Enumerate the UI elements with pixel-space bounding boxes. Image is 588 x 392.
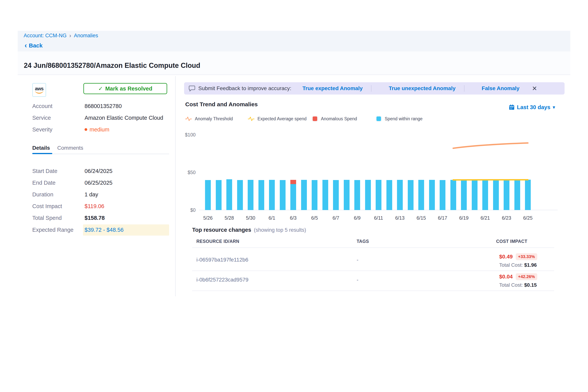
bar-spend-within-range: [365, 180, 371, 210]
bar-spend-within-range: [216, 180, 222, 210]
breadcrumb-account-link[interactable]: Account: CCM-NG: [24, 33, 67, 38]
range-label: Last 30 days: [517, 104, 550, 110]
breadcrumb-separator-icon: ›: [69, 32, 71, 39]
bar-spend-within-range: [226, 179, 232, 210]
legend-label: Expected Average spend: [258, 116, 306, 122]
active-tab-underline: [32, 153, 52, 154]
feedback-prompt: Submit Feedback to improve accuracy:: [198, 85, 291, 92]
x-axis-label: 6/23: [499, 215, 514, 221]
bar-spend-within-range: [504, 180, 510, 210]
resource-id: i-06597ba197fe112b6: [196, 256, 248, 263]
date-range-picker[interactable]: Last 30 days ▾: [509, 104, 555, 111]
tab-divider: [32, 154, 169, 154]
y-axis-label: $100: [174, 132, 196, 138]
legend-anomaly-threshold[interactable]: Anomaly Threshold: [185, 115, 233, 122]
bar-spend-within-range: [397, 180, 403, 210]
back-chevron-icon: ‹: [24, 43, 27, 48]
service-label: Service: [32, 114, 82, 121]
feedback-divider: [464, 85, 464, 92]
start-date-value: 06/24/2025: [84, 168, 112, 174]
y-axis-label: $0: [174, 207, 196, 213]
cost-impact-label: Cost Impact: [32, 203, 82, 210]
table-divider: [192, 270, 554, 271]
legend-spend-within-range[interactable]: Spend within range: [376, 115, 422, 122]
aws-word: aws: [35, 86, 44, 91]
x-axis-label: 6/5: [307, 215, 322, 221]
bar-spend-within-range: [376, 180, 382, 210]
bar-spend-within-range: [301, 180, 307, 210]
col-header-cost-impact: COST IMPACT: [496, 238, 527, 244]
chevron-down-icon: ▾: [553, 104, 555, 110]
bar-spend-within-range: [333, 180, 339, 210]
table-divider: [192, 248, 554, 248]
x-axis-label: 6/3: [286, 215, 301, 221]
bar-anomalous-spend: [290, 180, 296, 184]
close-icon[interactable]: ×: [532, 86, 537, 91]
anomaly-threshold-line: [453, 143, 528, 148]
legend-expected-average[interactable]: Expected Average spend: [248, 115, 306, 122]
feedback-bar: Submit Feedback to improve accuracy: Tru…: [184, 82, 564, 94]
bar-spend-within-range: [280, 180, 286, 210]
cost-impact-amount: $0.49: [499, 254, 513, 260]
check-icon: ✓: [98, 85, 103, 92]
table-title: Top resource changes: [192, 227, 251, 233]
blue-square-icon: [376, 116, 382, 122]
bar-spend-within-range: [248, 180, 254, 210]
legend-label: Anomaly Threshold: [195, 116, 233, 122]
resolve-label: Mark as Resolved: [105, 86, 152, 92]
severity-text: medium: [90, 126, 109, 133]
end-date-label: End Date: [32, 179, 82, 186]
back-button[interactable]: ‹ Back: [24, 42, 43, 49]
x-axis-label: 6/1: [264, 215, 280, 221]
bar-spend-within-range: [450, 180, 456, 210]
calendar-icon: [509, 104, 514, 110]
tags-value: -: [357, 276, 358, 283]
bar-spend-within-range: [354, 180, 360, 210]
cost-impact-cell: $0.04 +42.26%: [499, 273, 537, 280]
tags-value: -: [357, 256, 358, 263]
total-cost-label: Total Cost:: [499, 262, 523, 268]
bar-spend-within-range: [461, 180, 467, 210]
x-axis-label: 6/15: [414, 215, 429, 221]
back-label: Back: [29, 42, 43, 49]
cost-impact-cell: $0.49 +33.33%: [499, 253, 537, 260]
page-title: 24 Jun/868001352780/Amazon Elastic Compu…: [24, 62, 200, 70]
feedback-true-unexpected[interactable]: True unexpected Anomaly: [389, 85, 456, 92]
chat-bubble-icon: [189, 85, 195, 92]
bar-spend-within-range: [269, 180, 275, 210]
x-axis-label: 6/7: [328, 215, 344, 221]
breadcrumb-anomalies-link[interactable]: Anomalies: [74, 33, 98, 38]
bar-spend-within-range: [205, 180, 211, 210]
breadcrumb: Account: CCM-NG › Anomalies: [24, 33, 98, 38]
pulse-line-icon: [248, 116, 254, 122]
col-header-tags: TAGS: [357, 238, 369, 244]
bar-spend-within-range: [322, 180, 328, 210]
expected-range-label: Expected Range: [32, 226, 82, 233]
x-axis-label: 6/9: [350, 215, 365, 221]
bar-spend-within-range: [237, 180, 243, 210]
cost-impact-amount: $0.04: [499, 274, 513, 280]
severity-value: medium: [84, 126, 109, 133]
feedback-false-anomaly[interactable]: False Anomaly: [482, 85, 520, 92]
total-cost-line: Total Cost: $1.96: [499, 262, 537, 268]
bar-spend-within-range: [440, 180, 446, 210]
legend-anomalous-spend[interactable]: Anomalous Spend: [312, 115, 357, 122]
legend-label: Spend within range: [385, 116, 422, 122]
x-axis-label: 6/21: [478, 215, 493, 221]
bar-spend-within-range: [312, 180, 318, 210]
start-date-label: Start Date: [32, 168, 82, 174]
legend-label: Anomalous Spend: [321, 116, 357, 122]
end-date-value: 06/25/2025: [84, 179, 112, 186]
bar-spend-within-range: [493, 180, 499, 210]
bar-spend-within-range: [482, 180, 488, 210]
x-axis-label: 5/30: [243, 215, 258, 221]
mark-as-resolved-button[interactable]: ✓ Mark as Resolved: [84, 83, 167, 94]
anomaly-detail-page: Account: CCM-NG › Anomalies ‹ Back 24 Ju…: [0, 0, 588, 392]
bar-spend-within-range: [408, 180, 414, 210]
y-axis-label: $50: [174, 170, 196, 175]
tab-comments[interactable]: Comments: [57, 144, 83, 152]
feedback-true-expected[interactable]: True expected Anomaly: [302, 85, 362, 92]
tab-details[interactable]: Details: [32, 144, 50, 152]
bar-spend-within-range: [290, 184, 296, 210]
pulse-line-icon: [185, 116, 192, 122]
